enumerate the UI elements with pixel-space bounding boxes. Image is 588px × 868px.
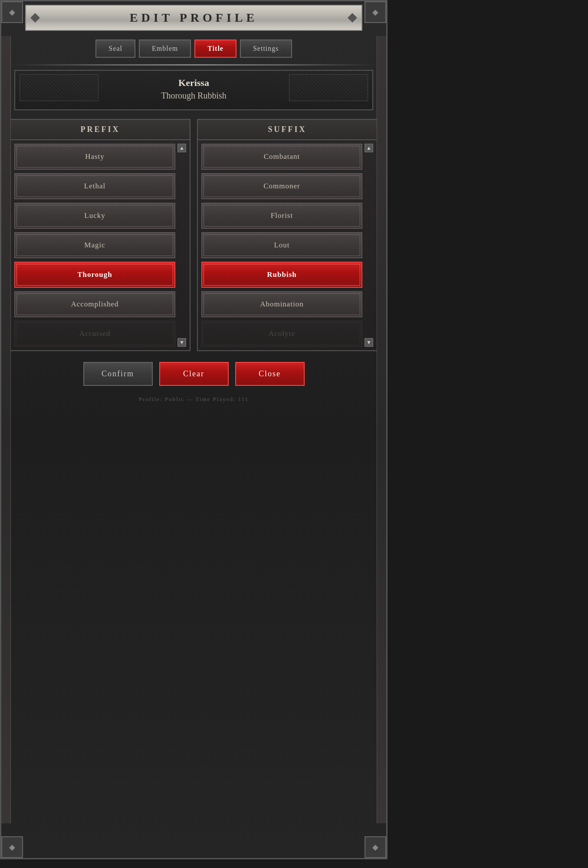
prefix-item-accursed-label: Accursed <box>79 329 110 338</box>
prefix-list-container: ▲ Hasty Lethal Lucky Magic Thoro <box>11 140 190 350</box>
side-panel-left <box>1 36 11 823</box>
suffix-scroll-down[interactable]: ▼ <box>365 338 373 347</box>
suffix-item-rubbish[interactable]: Rubbish <box>201 262 362 288</box>
suffix-item-florist-label: Florist <box>271 211 293 220</box>
suffix-item-combatant-label: Combatant <box>264 152 300 161</box>
prefix-item-lucky-label: Lucky <box>84 211 105 220</box>
suffix-header-text: SUFFIX <box>268 125 306 134</box>
content-area: PREFIX ▲ Hasty Lethal Lucky Magic <box>10 119 378 351</box>
suffix-header: SUFFIX <box>198 120 377 140</box>
prefix-header: PREFIX <box>11 120 190 140</box>
bottom-buttons: Confirm Clear Close <box>10 362 378 386</box>
suffix-item-abomination-label: Abomination <box>260 300 304 308</box>
prefix-item-magic[interactable]: Magic <box>14 232 175 258</box>
suffix-item-combatant[interactable]: Combatant <box>201 144 362 170</box>
clear-button[interactable]: Clear <box>159 362 229 386</box>
prefix-scroll-up[interactable]: ▲ <box>177 144 186 152</box>
footer-text: Profile: Public — Time Played: 111 <box>1 392 386 406</box>
suffix-list-container: ▲ Combatant Commoner Florist Lout <box>198 140 377 350</box>
corner-decoration-br <box>365 836 386 858</box>
prefix-item-accursed[interactable]: Accursed <box>14 321 175 347</box>
corner-decoration-bl <box>1 836 23 858</box>
profile-name: Kerissa <box>24 77 364 89</box>
prefix-item-accomplished-label: Accomplished <box>71 300 118 308</box>
tabs-container: Seal Emblem Title Settings <box>1 39 386 58</box>
prefix-item-lucky[interactable]: Lucky <box>14 203 175 229</box>
prefix-scroll-down[interactable]: ▼ <box>177 338 186 347</box>
prefix-item-magic-label: Magic <box>84 241 105 249</box>
suffix-scroll-up[interactable]: ▲ <box>365 144 373 152</box>
close-button[interactable]: Close <box>235 362 305 386</box>
ornament-line <box>14 64 373 66</box>
suffix-item-florist[interactable]: Florist <box>201 203 362 229</box>
prefix-header-text: PREFIX <box>81 125 120 134</box>
suffix-column: SUFFIX ▲ Combatant Commoner Florist Lout <box>197 119 378 351</box>
suffix-item-acolyte-label: Acolyte <box>269 329 295 338</box>
prefix-item-lethal-label: Lethal <box>84 182 105 190</box>
profile-display: Kerissa Thorough Rubbish <box>14 70 373 110</box>
tab-settings[interactable]: Settings <box>240 39 292 58</box>
suffix-list: Combatant Commoner Florist Lout Rubbish <box>201 144 373 347</box>
prefix-column: PREFIX ▲ Hasty Lethal Lucky Magic <box>10 119 191 351</box>
corner-decoration-tl <box>1 1 23 23</box>
tab-seal[interactable]: Seal <box>95 39 135 58</box>
prefix-item-lethal[interactable]: Lethal <box>14 173 175 199</box>
tab-title[interactable]: Title <box>194 39 237 58</box>
side-panel-right <box>377 36 386 823</box>
prefix-item-thorough[interactable]: Thorough <box>14 262 175 288</box>
confirm-button[interactable]: Confirm <box>83 362 153 386</box>
prefix-item-thorough-label: Thorough <box>77 270 112 279</box>
suffix-item-rubbish-label: Rubbish <box>267 270 296 279</box>
suffix-item-lout-label: Lout <box>274 241 289 249</box>
tab-emblem[interactable]: Emblem <box>139 39 191 58</box>
suffix-item-acolyte[interactable]: Acolyte <box>201 321 362 347</box>
prefix-item-hasty-label: Hasty <box>85 152 105 161</box>
prefix-item-accomplished[interactable]: Accomplished <box>14 291 175 317</box>
modal-title: EDIT PROFILE <box>130 11 258 24</box>
corner-decoration-tr <box>365 1 386 23</box>
suffix-item-commoner-label: Commoner <box>263 182 300 190</box>
suffix-item-lout[interactable]: Lout <box>201 232 362 258</box>
suffix-item-commoner[interactable]: Commoner <box>201 173 362 199</box>
prefix-list: Hasty Lethal Lucky Magic Thorough <box>14 144 186 347</box>
profile-title-display: Thorough Rubbish <box>24 91 364 101</box>
prefix-item-hasty[interactable]: Hasty <box>14 144 175 170</box>
edit-profile-modal: EDIT PROFILE Seal Emblem Title Settings … <box>0 0 388 859</box>
modal-title-bar: EDIT PROFILE <box>25 5 362 31</box>
suffix-item-abomination[interactable]: Abomination <box>201 291 362 317</box>
